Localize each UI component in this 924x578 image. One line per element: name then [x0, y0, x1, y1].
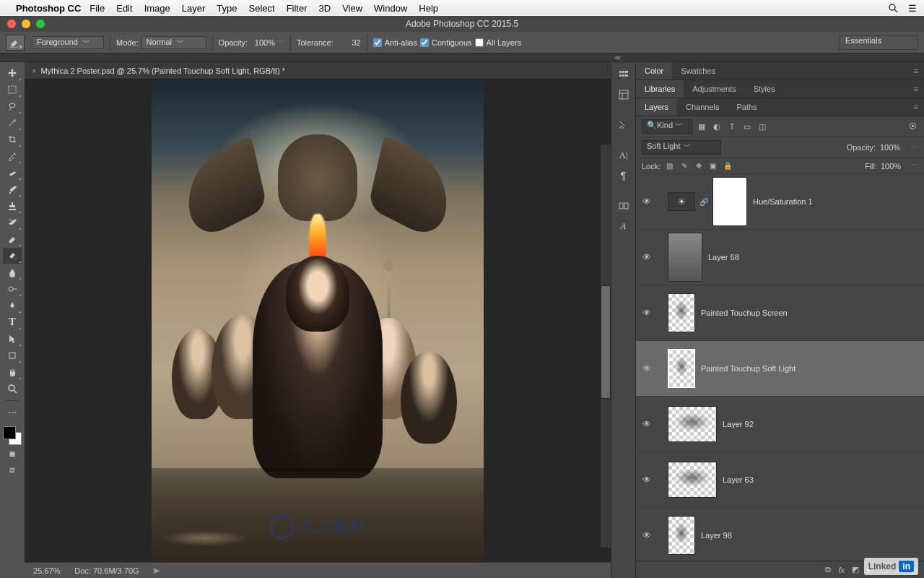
doc-info[interactable]: Doc: 70.6M/3.70G [74, 566, 139, 575]
canvas-area[interactable]: 人人素材 [25, 79, 611, 562]
pen-tool[interactable] [3, 298, 22, 314]
alllayers-checkbox[interactable] [475, 38, 484, 47]
filter-shape-icon[interactable]: ▭ [741, 121, 753, 132]
fill-chevron-icon[interactable]: ﹀ [912, 161, 918, 171]
collapse-strip-left[interactable]: ≪ [0, 53, 924, 62]
window-close-button[interactable] [7, 20, 16, 28]
tolerance-input[interactable] [336, 38, 361, 47]
link-layers-icon[interactable]: ⧉ [825, 565, 831, 574]
layer-name[interactable]: Hue/Saturation 1 [753, 197, 813, 206]
tab-swatches[interactable]: Swatches [672, 62, 724, 79]
layer-mask-thumb[interactable] [712, 177, 747, 226]
layer-opacity-input[interactable] [880, 143, 907, 152]
blur-tool[interactable] [3, 264, 22, 280]
type-tool[interactable]: T [3, 314, 22, 330]
opacity-input[interactable] [250, 38, 275, 47]
filter-smart-icon[interactable]: ◫ [757, 121, 768, 132]
document-tab[interactable]: × Mythica 2 Poster.psd @ 25.7% (Painted … [25, 62, 611, 79]
shape-tool[interactable] [3, 348, 22, 363]
layer-filter-select[interactable]: 🔍Kind ﹀ [642, 119, 692, 134]
layer-thumb[interactable] [668, 349, 695, 388]
zoom-level[interactable]: 25.67% [33, 566, 60, 575]
layer-row[interactable]: 👁Layer 68 [636, 230, 924, 285]
layer-thumb[interactable] [668, 233, 702, 282]
menu-help[interactable]: Help [419, 3, 438, 14]
color-panel-menu-icon[interactable]: ≡ [908, 62, 924, 79]
fill-mode-select[interactable]: Foreground ﹀ [32, 36, 104, 49]
magic-wand-tool[interactable] [3, 115, 22, 131]
tab-adjustments[interactable]: Adjustments [684, 80, 745, 98]
lock-all-icon[interactable]: 🔒 [722, 160, 733, 171]
lasso-tool[interactable] [3, 98, 22, 114]
doc-info-arrow-icon[interactable]: ▶ [154, 566, 160, 575]
filter-toggle-icon[interactable]: ⦿ [907, 121, 918, 132]
visibility-toggle[interactable]: 👁 [640, 530, 653, 540]
current-tool-icon[interactable]: ▾ [6, 35, 25, 51]
tab-paths[interactable]: Paths [728, 98, 766, 116]
visibility-toggle[interactable]: 👁 [640, 252, 653, 262]
menu-file[interactable]: File [90, 3, 105, 14]
tab-libraries[interactable]: Libraries [636, 80, 684, 98]
window-minimize-button[interactable] [22, 20, 30, 28]
filter-type-icon[interactable]: T [726, 121, 738, 132]
layers-list[interactable]: 👁☀🔗Hue/Saturation 1👁Layer 68👁Painted Tou… [636, 174, 924, 561]
glyphs-panel-icon[interactable] [613, 197, 635, 215]
filter-pixel-icon[interactable]: ▦ [696, 121, 707, 132]
eyedropper-tool[interactable] [3, 148, 22, 164]
layer-row[interactable]: 👁☀🔗Hue/Saturation 1 [636, 174, 924, 230]
opacity-chevron-icon[interactable]: ﹀ [912, 143, 918, 152]
move-tool[interactable] [3, 65, 22, 81]
layer-name[interactable]: Layer 98 [701, 531, 732, 540]
tab-channels[interactable]: Channels [677, 98, 728, 116]
hand-tool[interactable] [3, 364, 22, 380]
contiguous-checkbox[interactable] [420, 38, 429, 47]
visibility-toggle[interactable]: 👁 [640, 363, 653, 374]
history-brush-tool[interactable] [3, 215, 22, 230]
libraries-panel-menu-icon[interactable]: ≡ [908, 80, 924, 98]
vertical-scrollbar[interactable] [601, 144, 611, 548]
paragraph-panel-icon[interactable]: ¶ [613, 166, 635, 185]
stamp-tool[interactable] [3, 198, 22, 214]
menu-extras-icon[interactable]: ☰ [908, 3, 917, 14]
lock-position-icon[interactable]: ✥ [693, 160, 704, 171]
filter-adjust-icon[interactable]: ◐ [711, 121, 723, 132]
healing-tool[interactable] [3, 165, 22, 181]
lock-paint-icon[interactable]: ✎ [679, 160, 689, 171]
lock-artboard-icon[interactable]: ▣ [707, 160, 718, 171]
spotlight-icon[interactable] [888, 3, 898, 13]
window-zoom-button[interactable] [36, 20, 45, 28]
toolbar-ellipsis[interactable]: ⋯ [7, 407, 18, 418]
layer-name[interactable]: Painted Touchup Soft Light [701, 364, 796, 373]
layer-blend-select[interactable]: Soft Light ﹀ [642, 140, 721, 155]
brushes-panel-icon[interactable] [613, 116, 635, 134]
lock-transparent-icon[interactable]: ▧ [664, 160, 675, 171]
layer-thumb[interactable] [668, 406, 717, 442]
layers-panel-menu-icon[interactable]: ≡ [908, 98, 924, 116]
zoom-tool[interactable] [3, 381, 22, 397]
menu-view[interactable]: View [342, 3, 362, 14]
layer-row[interactable]: 👁Painted Touchup Screen [636, 285, 924, 341]
marquee-tool[interactable] [3, 82, 22, 98]
visibility-toggle[interactable]: 👁 [640, 419, 653, 429]
layer-fx-icon[interactable]: fx [838, 566, 845, 574]
layer-thumb[interactable] [668, 462, 717, 498]
character-panel-icon[interactable]: A| [613, 146, 635, 165]
crop-tool[interactable] [3, 131, 22, 147]
menu-type[interactable]: Type [217, 3, 237, 14]
tab-layers[interactable]: Layers [636, 98, 677, 116]
layer-row[interactable]: 👁Layer 98 [636, 508, 924, 561]
layer-name[interactable]: Painted Touchup Screen [701, 309, 788, 317]
menu-window[interactable]: Window [374, 3, 407, 14]
layer-name[interactable]: Layer 63 [723, 475, 754, 484]
tab-styles[interactable]: Styles [745, 80, 784, 98]
layer-thumb[interactable] [668, 293, 695, 332]
blend-mode-select[interactable]: Normal ﹀ [141, 36, 206, 49]
color-swatch[interactable] [3, 426, 22, 445]
workspace-select[interactable]: Essentials [839, 35, 918, 50]
menu-layer[interactable]: Layer [182, 3, 206, 14]
menu-3d[interactable]: 3D [319, 3, 331, 14]
layer-name[interactable]: Layer 68 [708, 253, 739, 262]
antialias-checkbox[interactable] [373, 38, 382, 47]
menu-edit[interactable]: Edit [116, 3, 132, 14]
dodge-tool[interactable] [3, 281, 22, 297]
